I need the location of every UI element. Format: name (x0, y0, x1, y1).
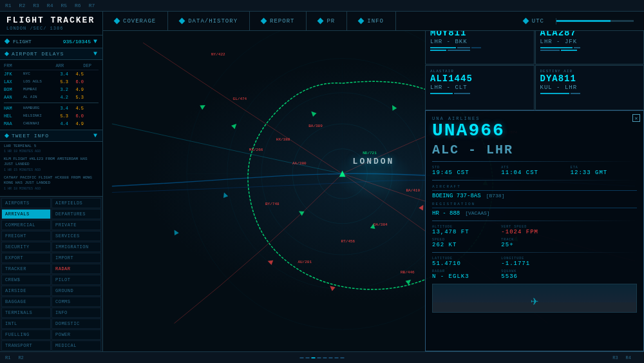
flight-count: 935/10345 (63, 39, 91, 44)
topbar-r6: R6 (75, 3, 81, 8)
grid-menu: AIRPORTSAIRFIELDSARRIVALSDEPARTURESCOMME… (0, 197, 102, 351)
grid-item-comms[interactable]: COMMS (52, 297, 101, 307)
svg-marker-13 (222, 191, 228, 198)
tweet-text: LHR TERMINAL 5 (4, 144, 99, 149)
topbar-r7: R7 (89, 3, 95, 8)
grid-item-security[interactable]: SECURITY (1, 242, 51, 252)
grid-item-services[interactable]: SERVICES (52, 231, 101, 241)
grid-item-immigration[interactable]: IMMIGRATION (52, 242, 101, 252)
topbar-r3: R3 (33, 3, 39, 8)
bp-dot (329, 357, 333, 358)
nav-diamond-icon (358, 18, 365, 25)
grid-item-import[interactable]: IMPORT (52, 253, 101, 263)
nav-diamond-icon (522, 18, 529, 25)
delays-col-dep: DEP (76, 63, 99, 68)
delay-row: BOM MUMBAI 3.2 4.9 (4, 86, 99, 93)
delays-header: FRM ARR DEP (4, 62, 99, 70)
tweet-section-header[interactable]: TWEET INFO ▼ (0, 130, 102, 142)
delay-row: MAA CHENNAI 4.4 4.9 (4, 120, 99, 128)
bottom-bar: R1 R2 R3 R4 (0, 351, 644, 363)
map-area: LONDON R1/7463NY/422UA/770BY/422KH/212BA… (103, 12, 644, 351)
nav-diamond-icon (179, 18, 185, 25)
top-bar: R1 R2 R3 R4 R5 R6 R7 (0, 0, 644, 12)
tweet-time: 1 HR 18 MINUTES AGO (4, 187, 99, 191)
grid-item-export[interactable]: EXPORT (1, 253, 51, 263)
tweet-item: LHR TERMINAL 5 1 HR 10 MINUTES AGO (4, 144, 99, 153)
grid-item-baggage[interactable]: BAGGAGE (1, 297, 51, 307)
grid-item-ground[interactable]: GROUND (52, 286, 101, 296)
tweet-time: 1 HR 15 MINUTES AGO (4, 168, 99, 172)
flight-label: FLIGHT (13, 39, 32, 44)
bottombar-r4: R4 (626, 355, 631, 360)
brand-title: FLIGHT TRACKER (6, 15, 96, 26)
nav-pr[interactable]: PR (307, 12, 347, 30)
delay-row: HAM HAMBURG 3.4 4.5 (4, 104, 99, 112)
svg-marker-8 (231, 122, 238, 129)
grid-item-tracker[interactable]: TRACKER (1, 264, 51, 274)
bp-dot (323, 357, 327, 358)
svg-marker-9 (390, 104, 397, 111)
svg-marker-22 (459, 92, 464, 98)
nav-progress-fill (556, 20, 611, 22)
delay-row: AAN AL AIN 4.2 5.3 (4, 93, 99, 101)
grid-item-fuelling[interactable]: FUELLING (1, 329, 51, 340)
bp-dot (341, 357, 345, 358)
topbar-r5: R5 (61, 3, 67, 8)
svg-marker-14 (419, 204, 426, 211)
nav-diamond-icon (317, 18, 324, 25)
grid-item-radar[interactable]: RADAR (52, 264, 101, 274)
flight-diamond-icon (5, 39, 10, 44)
grid-item-private[interactable]: PRIVATE (52, 220, 101, 230)
bp-dot-active (312, 357, 316, 358)
bottombar-r3: R3 (612, 355, 618, 360)
bottombar-r1: R1 (5, 355, 10, 360)
nav-utc[interactable]: UTC (512, 18, 556, 25)
tweet-item: KLM FLIGHT #KL123 FROM AMSTERDAM HAS JUS… (4, 157, 99, 172)
grid-item-freight[interactable]: FREIGHT (1, 231, 51, 241)
tweet-section: LHR TERMINAL 5 1 HR 10 MINUTES AGO KLM F… (0, 142, 102, 197)
delays-arrow-icon: ▼ (93, 50, 97, 57)
svg-marker-19 (172, 229, 179, 236)
grid-item-arrivals[interactable]: ARRIVALS (1, 209, 51, 219)
nav-report[interactable]: REPORT (250, 12, 307, 30)
grid-item-terminals[interactable]: TERMINALS (1, 308, 51, 318)
svg-marker-15 (310, 110, 317, 117)
nav-info[interactable]: INFO (347, 12, 396, 30)
section-divider (4, 103, 99, 103)
grid-item-domestic[interactable]: DOMESTIC (52, 319, 101, 329)
delays-section-title: AIRPORT DELAYS (12, 51, 64, 57)
bp-dot (300, 357, 304, 358)
nav-progress-bar (556, 20, 634, 22)
topbar-r1: R1 (5, 3, 12, 8)
grid-item-crew$[interactable]: CREW$ (1, 275, 51, 285)
flight-bar[interactable]: FLIGHT 935/10345 ▼ (0, 35, 102, 48)
tweet-text: KLM FLIGHT #KL123 FROM AMSTERDAM HAS JUS… (4, 157, 99, 168)
grid-item-medical[interactable]: MEDICAL (52, 340, 101, 351)
brand-area: FLIGHT TRACKER LONDON /SEC/ 1386 (0, 12, 102, 35)
bottom-progress (300, 357, 345, 358)
delay-row: HEL HELSINKI 5.3 6.0 (4, 112, 99, 120)
grid-item-pilot[interactable]: PILOT (52, 275, 101, 285)
bp-dot (317, 357, 321, 358)
grid-item-power[interactable]: POWER (52, 329, 101, 340)
delays-col-arr: ARR (49, 63, 71, 68)
grid-item-airfields[interactable]: AIRFIELDS (52, 198, 101, 208)
grid-item-commercial[interactable]: COMMERCIAL (1, 220, 51, 230)
delays-section-header[interactable]: AIRPORT DELAYS ▼ (0, 48, 102, 60)
tweet-diamond-icon (5, 133, 9, 138)
grid-item-airside[interactable]: AIRSIDE (1, 286, 51, 296)
delays-table: FRM ARR DEP JFK NYC 3.4 4.5 LAX LOS AGLS… (0, 60, 102, 130)
grid-item-airports[interactable]: AIRPORTS (1, 198, 51, 208)
bottombar-r2: R2 (18, 355, 23, 360)
grid-item-info[interactable]: INFO (52, 308, 101, 318)
tweet-item: CATHAY PACIFIC FLIGHT #CX888 FROM HONG K… (4, 175, 99, 191)
delay-row: JFK NYC 3.4 4.5 (4, 70, 99, 78)
nav-data-history[interactable]: DATA/HISTORY (168, 12, 250, 30)
nav-coverage[interactable]: COVERAGE (103, 12, 168, 30)
grid-item-departures[interactable]: DEPARTURES (52, 209, 101, 219)
nav-bar: COVERAGE DATA/HISTORY REPORT PR INFO UTC (103, 12, 644, 31)
grid-item-transport[interactable]: TRANSPORT (1, 340, 51, 351)
grid-item-intl[interactable]: INTL (1, 319, 51, 329)
topbar-r4: R4 (47, 3, 53, 8)
tweet-text: CATHAY PACIFIC FLIGHT #CX888 FROM HONG K… (4, 175, 99, 186)
